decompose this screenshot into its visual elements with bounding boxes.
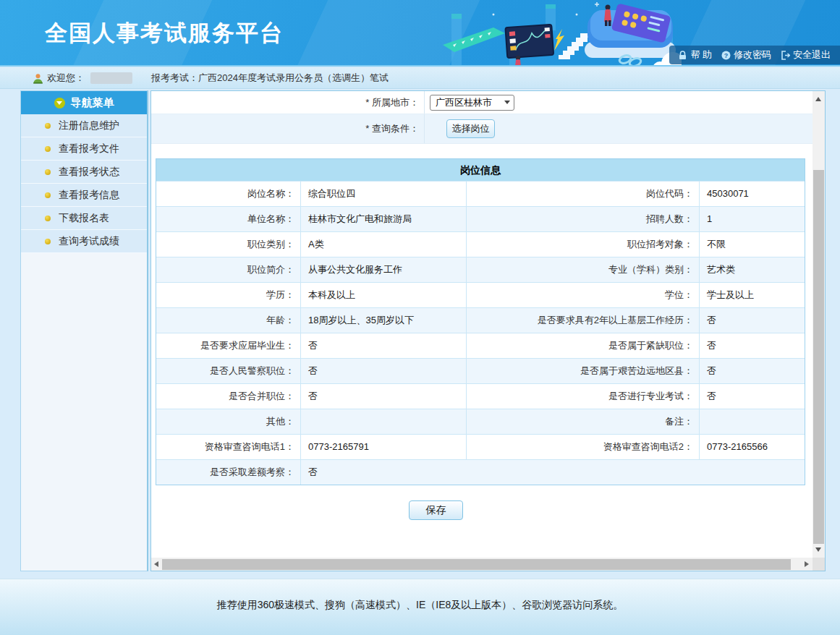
field-label: 是否进行专业考试： bbox=[466, 384, 699, 409]
page-title: 全国人事考试服务平台 bbox=[45, 18, 284, 48]
logout-link[interactable]: 安全退出 bbox=[781, 48, 831, 61]
help-label: 帮 助 bbox=[690, 48, 712, 61]
table-title: 岗位信息 bbox=[156, 159, 805, 181]
app-header: 全国人事考试服务平台 帮 助 ? 修改密码 安全退出 bbox=[0, 0, 840, 67]
field-value: 艺术类 bbox=[699, 257, 805, 282]
scroll-down-icon[interactable] bbox=[815, 547, 821, 552]
field-value: 否 bbox=[300, 460, 805, 485]
field-value: 否 bbox=[699, 384, 805, 409]
sidebar-item[interactable]: 查询考试成绩 bbox=[21, 230, 147, 253]
sidebar-item[interactable]: 查看报考文件 bbox=[21, 137, 147, 161]
field-label: 岗位代码： bbox=[466, 182, 699, 206]
table-row: 是否合并职位：否是否进行专业考试：否 bbox=[156, 383, 805, 409]
change-password-link[interactable]: ? 修改密码 bbox=[721, 48, 771, 61]
field-value: 桂林市文化广电和旅游局 bbox=[300, 207, 466, 231]
city-label: * 所属地市： bbox=[151, 91, 424, 114]
field-value: 否 bbox=[699, 333, 805, 358]
content-panel: * 所属地市： 广西区桂林市 * 查询条件： 选择岗位 岗位信息 岗位名称：综合… bbox=[150, 90, 826, 571]
field-label: 职位类别： bbox=[156, 232, 300, 257]
bullet-icon bbox=[45, 123, 51, 129]
field-label: 是否要求应届毕业生： bbox=[156, 333, 300, 358]
bullet-icon bbox=[45, 146, 51, 152]
welcome-label: 欢迎您： bbox=[47, 72, 85, 85]
field-value bbox=[300, 409, 466, 434]
field-value: 45030071 bbox=[699, 182, 805, 206]
nav-menu-title: 导航菜单 bbox=[71, 96, 114, 110]
field-label: 是否属于艰苦边远地区县： bbox=[466, 359, 699, 383]
field-label: 其他： bbox=[156, 409, 300, 434]
scroll-left-icon[interactable] bbox=[154, 561, 158, 567]
table-row: 岗位名称：综合职位四岗位代码：45030071 bbox=[156, 181, 805, 206]
field-label: 是否采取差额考察： bbox=[156, 460, 300, 485]
city-form-row: * 所属地市： 广西区桂林市 bbox=[151, 91, 813, 114]
table-row: 职位简介：从事公共文化服务工作专业（学科）类别：艺术类 bbox=[156, 257, 805, 282]
sidebar-item-label: 注册信息维护 bbox=[59, 119, 119, 132]
browser-recommendation: 推荐使用360极速模式、搜狗（高速模式）、IE（IE8及以上版本）、谷歌浏览器访… bbox=[217, 599, 624, 610]
sidebar-item-label: 查看报考状态 bbox=[59, 166, 119, 179]
select-position-button[interactable]: 选择岗位 bbox=[446, 119, 495, 138]
bullet-icon bbox=[45, 216, 51, 221]
sidebar: 导航菜单 注册信息维护查看报考文件查看报考状态查看报考信息下载报名表查询考试成绩 bbox=[20, 90, 148, 571]
field-value: 0773-2165791 bbox=[300, 435, 466, 459]
query-label: * 查询条件： bbox=[151, 114, 424, 143]
bullet-icon bbox=[45, 239, 51, 244]
table-row: 是否采取差额考察：否 bbox=[156, 459, 805, 485]
bullet-icon bbox=[45, 169, 51, 175]
sidebar-item[interactable]: 下载报名表 bbox=[21, 207, 147, 230]
scroll-up-icon[interactable] bbox=[815, 97, 821, 101]
collapse-icon bbox=[54, 98, 65, 108]
field-label: 专业（学科）类别： bbox=[466, 257, 699, 282]
help-link[interactable]: 帮 助 bbox=[678, 48, 712, 61]
sidebar-item-label: 查看报考信息 bbox=[59, 189, 119, 202]
lock-icon bbox=[678, 51, 687, 60]
field-value: 否 bbox=[699, 359, 805, 383]
city-select[interactable]: 广西区桂林市 bbox=[430, 95, 514, 111]
table-row: 其他：备注： bbox=[156, 409, 805, 434]
field-label: 是否人民警察职位： bbox=[156, 359, 300, 383]
field-value: 否 bbox=[300, 333, 466, 358]
table-row: 是否人民警察职位：否是否属于艰苦边远地区县：否 bbox=[156, 358, 805, 383]
field-value: 综合职位四 bbox=[300, 182, 466, 206]
user-avatar-icon bbox=[33, 73, 43, 84]
table-row: 单位名称：桂林市文化广电和旅游局招聘人数：1 bbox=[156, 206, 805, 231]
field-label: 学位： bbox=[466, 283, 699, 307]
sidebar-item[interactable]: 查看报考状态 bbox=[21, 161, 147, 184]
field-label: 单位名称： bbox=[156, 207, 300, 231]
field-label: 职位简介： bbox=[156, 257, 300, 282]
field-value bbox=[699, 409, 805, 434]
field-label: 招聘人数： bbox=[466, 207, 699, 231]
horizontal-scrollbar[interactable] bbox=[151, 558, 813, 571]
field-value: 不限 bbox=[699, 232, 805, 257]
logout-label: 安全退出 bbox=[793, 48, 831, 61]
redacted-username bbox=[90, 72, 132, 84]
utility-bar: 帮 助 ? 修改密码 安全退出 bbox=[669, 46, 840, 64]
svg-text:?: ? bbox=[724, 51, 729, 59]
sidebar-item-label: 查看报考文件 bbox=[59, 142, 119, 155]
sidebar-item-label: 下载报名表 bbox=[59, 212, 109, 225]
table-row: 职位类别：A类职位招考对象：不限 bbox=[156, 231, 805, 257]
sidebar-item-label: 查询考试成绩 bbox=[59, 235, 119, 248]
position-info-table: 岗位信息 岗位名称：综合职位四岗位代码：45030071单位名称：桂林市文化广电… bbox=[156, 158, 805, 485]
save-button[interactable]: 保存 bbox=[409, 500, 463, 520]
nav-menu-header[interactable]: 导航菜单 bbox=[21, 91, 147, 114]
sidebar-item[interactable]: 注册信息维护 bbox=[21, 114, 147, 137]
vertical-scrollbar[interactable] bbox=[813, 91, 825, 558]
field-label: 是否合并职位： bbox=[156, 384, 300, 409]
vertical-scrollbar-thumb[interactable] bbox=[813, 170, 824, 544]
field-label: 是否属于紧缺职位： bbox=[466, 333, 699, 358]
field-value: A类 bbox=[300, 232, 466, 257]
field-value: 1 bbox=[699, 207, 805, 231]
field-value: 0773-2165566 bbox=[699, 435, 805, 459]
field-label: 年龄： bbox=[156, 308, 300, 333]
field-label: 职位招考对象： bbox=[466, 232, 699, 257]
field-value: 本科及以上 bbox=[300, 283, 466, 307]
sidebar-item[interactable]: 查看报考信息 bbox=[21, 184, 147, 207]
scroll-right-icon[interactable] bbox=[805, 561, 809, 567]
table-row: 资格审查咨询电话1：0773-2165791资格审查咨询电话2：0773-216… bbox=[156, 434, 805, 459]
field-value: 学士及以上 bbox=[699, 283, 805, 307]
table-row: 年龄：18周岁以上、35周岁以下是否要求具有2年以上基层工作经历：否 bbox=[156, 307, 805, 333]
field-label: 资格审查咨询电话1： bbox=[156, 435, 300, 459]
horizontal-scrollbar-thumb[interactable] bbox=[162, 559, 791, 570]
exam-label: 报考考试：广西2024年度考试录用公务员（选调生）笔试 bbox=[151, 72, 389, 85]
field-label: 是否要求具有2年以上基层工作经历： bbox=[466, 308, 699, 333]
